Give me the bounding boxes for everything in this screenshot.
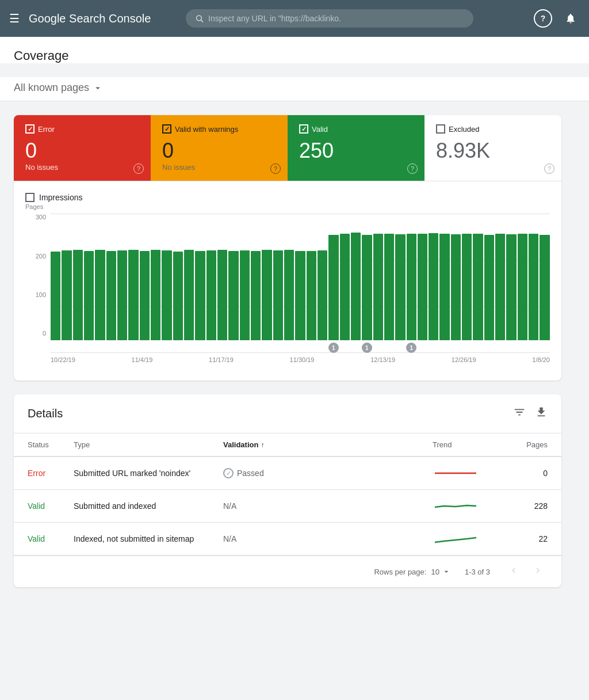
table-pagination: Rows per page: 10 1-3 of 3 xyxy=(14,556,561,587)
bar-group xyxy=(162,214,171,340)
excluded-help-icon[interactable]: ? xyxy=(544,163,554,174)
col-pages-header: Pages xyxy=(502,440,548,449)
chart-bar xyxy=(328,235,338,340)
event-dot: 1 xyxy=(406,343,416,353)
row2-validation: N/A xyxy=(223,501,433,511)
bar-group xyxy=(395,214,405,340)
status-cards-row: Error 0 No issues ? Valid with warnings … xyxy=(14,115,561,181)
rows-per-page-select[interactable]: 10 xyxy=(431,567,450,576)
app-logo: Google Search Console xyxy=(29,12,151,25)
bar-group xyxy=(284,214,294,340)
warning-count: 0 xyxy=(162,138,276,163)
warning-card-header: Valid with warnings xyxy=(162,124,276,134)
chart-bar xyxy=(128,250,138,341)
bar-group xyxy=(484,214,494,340)
y-tick-300: 300 xyxy=(36,214,46,220)
bar-group xyxy=(340,214,350,340)
bar-group xyxy=(206,214,216,340)
bar-group xyxy=(117,214,127,340)
menu-icon[interactable]: ☰ xyxy=(9,12,20,25)
x-label-5: 12/13/19 xyxy=(370,356,395,363)
bar-group xyxy=(295,214,305,340)
row2-status: Valid xyxy=(28,501,74,511)
prev-page-button[interactable] xyxy=(504,563,523,580)
filter-button[interactable] xyxy=(513,406,526,421)
table-row[interactable]: Error Submitted URL marked 'noindex' ✓ P… xyxy=(14,457,561,490)
error-help-icon[interactable]: ? xyxy=(133,163,144,174)
search-bar[interactable] xyxy=(186,9,473,28)
filter-dropdown[interactable]: All known pages xyxy=(14,82,575,94)
chart-inner: 111 10/22/19 11/4/19 11/17/19 11/30/19 1… xyxy=(51,214,550,369)
x-label-4: 11/30/19 xyxy=(290,356,315,363)
valid-help-icon[interactable]: ? xyxy=(407,163,418,174)
warning-label: Valid with warnings xyxy=(175,125,238,134)
details-section: Details Status Type Validation ↑ Trend P… xyxy=(14,394,561,587)
notification-icon[interactable] xyxy=(561,9,580,28)
chart-bar xyxy=(217,250,227,341)
chart-bar xyxy=(506,234,516,340)
chart-bar xyxy=(184,250,194,340)
download-button[interactable] xyxy=(535,406,548,421)
valid-card[interactable]: Valid 250 ? xyxy=(288,115,424,181)
chart-bar xyxy=(251,251,261,340)
error-checkbox[interactable] xyxy=(25,124,35,134)
chart-bar xyxy=(362,235,372,340)
col-validation-header[interactable]: Validation ↑ xyxy=(223,440,433,449)
error-subtitle: No issues xyxy=(25,163,139,172)
bar-group xyxy=(462,214,472,340)
row2-trend xyxy=(433,499,479,513)
error-count: 0 xyxy=(25,138,139,163)
chart-bar xyxy=(295,251,305,340)
warning-subtitle: No issues xyxy=(162,163,276,172)
warning-checkbox[interactable] xyxy=(162,124,171,134)
chart-bar xyxy=(462,234,472,341)
impressions-checkbox[interactable] xyxy=(25,193,35,202)
event-dot: 1 xyxy=(362,343,372,353)
bar-group xyxy=(140,214,150,340)
row3-pages: 22 xyxy=(502,534,548,543)
chart-x-labels: 10/22/19 11/4/19 11/17/19 11/30/19 12/13… xyxy=(51,356,550,363)
x-label-2: 11/4/19 xyxy=(132,356,153,363)
row1-trend xyxy=(433,466,479,480)
chart-bar xyxy=(540,235,549,340)
valid-checkbox[interactable] xyxy=(299,124,308,134)
y-tick-200: 200 xyxy=(36,253,46,260)
y-label-pages: Pages xyxy=(25,203,43,210)
error-card[interactable]: Error 0 No issues ? xyxy=(14,115,151,181)
chevron-down-icon xyxy=(93,83,103,93)
search-input[interactable] xyxy=(208,14,464,23)
bar-group xyxy=(262,214,271,340)
next-page-button[interactable] xyxy=(528,563,548,580)
warning-card[interactable]: Valid with warnings 0 No issues ? xyxy=(151,115,288,181)
warning-help-icon[interactable]: ? xyxy=(270,163,281,174)
filter-label: All known pages xyxy=(14,82,89,94)
chart-bar xyxy=(117,250,127,340)
row2-type: Submitted and indexed xyxy=(74,501,223,511)
bar-group xyxy=(418,214,427,340)
chart-bars: 111 xyxy=(51,214,550,340)
excluded-card[interactable]: Excluded 8.93K ? xyxy=(424,115,561,181)
excluded-checkbox[interactable] xyxy=(436,124,445,134)
details-header: Details xyxy=(14,394,561,433)
chart-bar xyxy=(495,234,505,340)
x-label-3: 11/17/19 xyxy=(209,356,234,363)
chart-bar xyxy=(407,234,416,341)
rows-per-page-value: 10 xyxy=(431,568,439,576)
error-card-header: Error xyxy=(25,124,139,134)
row1-type: Submitted URL marked 'noindex' xyxy=(74,469,223,478)
bar-group xyxy=(151,214,160,340)
table-row[interactable]: Valid Submitted and indexed N/A 228 xyxy=(14,490,561,523)
help-icon[interactable]: ? xyxy=(534,9,552,28)
bar-group xyxy=(228,214,238,340)
main-content: Error 0 No issues ? Valid with warnings … xyxy=(0,101,575,601)
bar-group xyxy=(451,214,461,340)
chart-bar xyxy=(451,234,461,340)
chart-bar xyxy=(351,233,361,340)
coverage-card: Error 0 No issues ? Valid with warnings … xyxy=(14,115,561,381)
x-label-6: 12/26/19 xyxy=(452,356,476,363)
table-row[interactable]: Valid Indexed, not submitted in sitemap … xyxy=(14,523,561,556)
bar-group xyxy=(351,214,361,340)
impressions-toggle[interactable]: Impressions xyxy=(25,193,550,202)
chart-bar xyxy=(273,250,283,340)
chart-bar xyxy=(518,234,527,341)
